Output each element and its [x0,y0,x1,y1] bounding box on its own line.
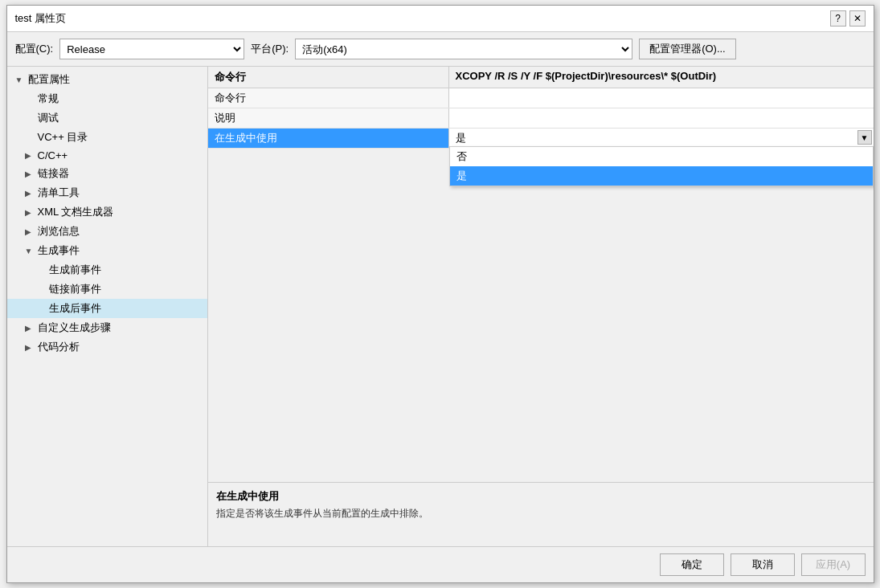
sidebar-item-browse[interactable]: ▶ 浏览信息 [7,222,207,241]
prop-row-use-in-build[interactable]: 在生成中使用 是 ▼ 否 是 [208,129,874,149]
help-button[interactable]: ? [830,10,846,27]
cancel-button[interactable]: 取消 [731,553,795,576]
title-bar-buttons: ? ✕ [830,10,866,27]
sidebar-item-code-analysis[interactable]: ▶ 代码分析 [7,337,207,357]
header-col-value: XCOPY /R /S /Y /F $(ProjectDir)\resource… [449,67,874,88]
prop-value-description [449,108,874,128]
sidebar-item-label: 调试 [38,111,59,125]
platform-select[interactable]: 活动(x64) x64 x86 [295,39,632,59]
prop-value-text: 是 [456,132,466,144]
sidebar-item-xml-gen[interactable]: ▶ XML 文档生成器 [7,202,207,222]
sidebar-item-pre-link[interactable]: 链接前事件 [7,280,207,299]
window-title: test 属性页 [15,11,67,26]
prop-row-description[interactable]: 说明 [208,108,874,129]
sidebar-item-label: 生成前事件 [49,263,101,277]
sidebar-item-manifest[interactable]: ▶ 清单工具 [7,183,207,202]
config-manager-button[interactable]: 配置管理器(O)... [639,39,736,59]
sidebar-item-label: 浏览信息 [38,224,80,239]
title-bar: test 属性页 ? ✕ [7,6,874,32]
description-area: 在生成中使用 指定是否将该生成事件从当前配置的生成中排除。 [208,482,874,546]
sidebar-item-label: 常规 [38,92,59,106]
prop-grid-header: 命令行 XCOPY /R /S /Y /F $(ProjectDir)\reso… [208,67,874,88]
sidebar-item-label: 生成后事件 [49,301,101,316]
main-area: ▼ 配置属性 常规 调试 VC++ 目录 ▶ C/C++ ▶ 链接器 [7,67,874,546]
sidebar-item-label: C/C++ [38,149,68,161]
description-title: 在生成中使用 [216,489,866,504]
dropdown-option-yes[interactable]: 是 [450,166,873,186]
dropdown-option-no[interactable]: 否 [450,147,873,166]
sidebar-item-label: 自定义生成步骤 [38,321,111,335]
sidebar-item-label: 清单工具 [38,186,80,200]
content-area: 命令行 XCOPY /R /S /Y /F $(ProjectDir)\reso… [208,67,874,546]
arrow-icon: ▼ [15,76,25,84]
sidebar-item-debug[interactable]: 调试 [7,108,207,128]
dropdown-menu: 否 是 [449,146,874,186]
sidebar-item-vc-dirs[interactable]: VC++ 目录 [7,128,207,147]
prop-name-use-in-build: 在生成中使用 [208,129,449,148]
sidebar-item-post-build[interactable]: 生成后事件 [7,299,207,318]
property-grid: 命令行 XCOPY /R /S /Y /F $(ProjectDir)\reso… [208,67,874,482]
toolbar: 配置(C): Release Debug 所有配置 平台(P): 活动(x64)… [7,32,874,67]
header-col-name: 命令行 [208,67,449,88]
prop-name-command-line: 命令行 [208,88,449,108]
sidebar-item-general[interactable]: 常规 [7,89,207,108]
sidebar-item-label: 配置属性 [28,72,70,87]
sidebar-item-label: 生成事件 [38,243,80,258]
sidebar-item-linker[interactable]: ▶ 链接器 [7,164,207,183]
config-select[interactable]: Release Debug 所有配置 [59,39,244,59]
description-text: 指定是否将该生成事件从当前配置的生成中排除。 [216,507,866,521]
prop-rows: 命令行 说明 在生成中使用 是 ▼ [208,88,874,482]
sidebar-item-cpp[interactable]: ▶ C/C++ [7,147,207,164]
sidebar-item-label: XML 文档生成器 [38,205,114,219]
prop-value-command-line [449,88,874,108]
config-label: 配置(C): [15,42,54,56]
close-button[interactable]: ✕ [849,10,866,27]
prop-name-description: 说明 [208,108,449,128]
sidebar-item-custom-step[interactable]: ▶ 自定义生成步骤 [7,318,207,337]
sidebar-item-config-props[interactable]: ▼ 配置属性 [7,70,207,89]
prop-value-use-in-build[interactable]: 是 ▼ 否 是 [449,129,874,148]
sidebar-item-label: 链接器 [38,166,69,181]
footer: 确定 取消 应用(A) [7,546,874,582]
sidebar-item-label: VC++ 目录 [38,130,88,145]
sidebar: ▼ 配置属性 常规 调试 VC++ 目录 ▶ C/C++ ▶ 链接器 [7,67,208,546]
sidebar-item-label: 链接前事件 [49,282,101,296]
dropdown-toggle[interactable]: ▼ [857,130,872,145]
apply-button[interactable]: 应用(A) [801,553,866,576]
sidebar-item-label: 代码分析 [38,340,80,354]
sidebar-item-build-events[interactable]: ▼ 生成事件 [7,241,207,260]
platform-label: 平台(P): [251,42,289,56]
ok-button[interactable]: 确定 [660,553,724,576]
prop-row-command-line[interactable]: 命令行 [208,88,874,108]
dialog-window: test 属性页 ? ✕ 配置(C): Release Debug 所有配置 平… [6,5,874,583]
sidebar-item-pre-build[interactable]: 生成前事件 [7,260,207,280]
